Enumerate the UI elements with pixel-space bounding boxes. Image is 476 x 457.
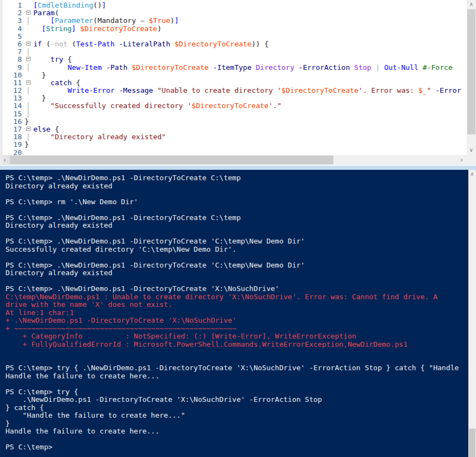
- line-number: 2: [0, 9, 25, 17]
- console-line: Successfully created directory 'C:\temp\…: [5, 246, 466, 254]
- code-line: 10 }: [0, 72, 467, 79]
- code-line: 19}: [0, 141, 467, 149]
- code-line: 12 Write-Error -Message "Unable to creat…: [0, 87, 467, 94]
- line-number: 7: [0, 48, 25, 56]
- scroll-down-icon[interactable]: ∨: [467, 146, 476, 155]
- fold-guide: [25, 64, 33, 72]
- console-line: Handle the failure to create here...: [5, 428, 466, 436]
- code-line: 4 [String] $DirectoryToCreate): [0, 25, 467, 33]
- editor-vertical-scrollbar[interactable]: ∧ ∨: [467, 0, 476, 155]
- scrollbar-corner: [467, 155, 476, 165]
- line-number: 14: [0, 102, 25, 110]
- code-line: 6if (-not (Test-Path -LiteralPath $Direc…: [0, 40, 467, 48]
- code-line: 1[CmdletBinding()]: [0, 2, 467, 9]
- code-lines: 1[CmdletBinding()]2Param(3 [Parameter(Ma…: [0, 0, 467, 155]
- console-line: Directory already existed: [5, 222, 466, 230]
- code-text: [CmdletBinding()]: [33, 2, 467, 9]
- console-scroll-up-icon[interactable]: ∧: [468, 170, 476, 178]
- console-line: [5, 206, 466, 214]
- script-editor-pane[interactable]: 1[CmdletBinding()]2Param(3 [Parameter(Ma…: [0, 0, 467, 155]
- line-number: 5: [0, 33, 25, 40]
- line-number: 3: [0, 17, 25, 25]
- console-line: }: [5, 420, 466, 428]
- console-line: + .\NewDirDemo.ps1 -DirectoryToCreate 'X…: [5, 317, 466, 325]
- code-text: New-Item -Path $DirectoryToCreate -ItemT…: [33, 64, 467, 72]
- scroll-up-icon[interactable]: ∧: [467, 0, 476, 9]
- fold-toggle-icon[interactable]: [25, 40, 33, 48]
- console-line: Handle the failure to create here...: [5, 372, 466, 381]
- code-text: }: [25, 72, 467, 79]
- code-text: "Successfully created directory '$Direct…: [33, 102, 467, 110]
- fold-guide: [25, 102, 33, 110]
- line-number: 8: [0, 56, 25, 63]
- console-line: + ~~~~~~~~~~~~~~~~~~~~~~~~~~~~~~~~~~~~~~…: [5, 325, 466, 333]
- fold-guide: [25, 149, 33, 155]
- console-line: PS C:\temp> .\NewDirDemo.ps1 -DirectoryT…: [5, 285, 466, 293]
- fold-toggle-icon[interactable]: [25, 9, 33, 17]
- fold-guide: [25, 110, 33, 118]
- code-text: catch {: [33, 79, 467, 87]
- console-line: [5, 253, 466, 262]
- code-line: 2Param(: [0, 9, 467, 17]
- code-line: 7: [0, 48, 467, 56]
- scroll-right-icon[interactable]: ›: [457, 155, 467, 165]
- console-pane[interactable]: PS C:\temp> .\NewDirDemo.ps1 -DirectoryT…: [0, 170, 476, 457]
- console-line: PS C:\temp> .\NewDirDemo.ps1 -DirectoryT…: [5, 262, 466, 270]
- console-line: [5, 190, 466, 198]
- code-line: 13 }: [0, 94, 467, 102]
- code-text: "Directory already existed": [33, 133, 467, 141]
- line-number: 20: [0, 149, 25, 155]
- console-vscrollbar-thumb[interactable]: [469, 429, 475, 457]
- console-line: [5, 357, 466, 365]
- code-text: [33, 149, 467, 155]
- editor-horizontal-scrollbar[interactable]: ‹ ›: [0, 155, 467, 165]
- code-line: 16}: [0, 118, 467, 126]
- fold-guide: [25, 87, 33, 94]
- fold-guide: [25, 133, 33, 141]
- editor-hscrollbar-thumb[interactable]: [10, 156, 333, 164]
- console-line: Directory already existed: [5, 269, 466, 277]
- line-number: 6: [0, 40, 25, 48]
- code-line: 9 New-Item -Path $DirectoryToCreate -Ite…: [0, 64, 467, 72]
- fold-guide: [25, 17, 33, 25]
- code-text: [String] $DirectoryToCreate): [25, 25, 467, 33]
- code-line: 14 "Successfully created directory '$Dir…: [0, 102, 467, 110]
- code-line: 8 try {: [0, 56, 467, 63]
- console-line: [5, 380, 466, 388]
- pane-splitter[interactable]: [0, 165, 476, 170]
- console-line: .\NewDirDemo.ps1 -DirectoryToCreate 'X:\…: [5, 396, 466, 404]
- console-line: } catch {: [5, 404, 466, 412]
- code-line: 15: [0, 110, 467, 118]
- console-line: PS C:\temp> try { .\NewDirDemo.ps1 -Dire…: [5, 364, 466, 372]
- fold-toggle-icon[interactable]: [25, 56, 33, 63]
- console-line: drive with the name 'X' does not exist.: [5, 301, 466, 309]
- fold-guide: [25, 48, 33, 56]
- line-number: 9: [0, 64, 25, 72]
- console-line: [5, 348, 466, 357]
- code-line: 18 "Directory already existed": [0, 133, 467, 141]
- code-text: [Parameter(Mandatory = $True)]: [33, 17, 467, 25]
- line-number: 15: [0, 110, 25, 118]
- code-line: 20: [0, 149, 467, 155]
- console-line: At line:1 char:1: [5, 309, 466, 317]
- console-line: C:\temp\NewDirDemo.ps1 : Unable to creat…: [5, 293, 466, 301]
- line-number: 11: [0, 79, 25, 87]
- code-text: }: [25, 118, 467, 126]
- console-line: + FullyQualifiedErrorId : Microsoft.Powe…: [5, 341, 466, 349]
- fold-toggle-icon[interactable]: [25, 126, 33, 133]
- console-line: + CategoryInfo : NotSpecified: (:) [Writ…: [5, 333, 466, 341]
- console-line: "Handle the failure to create here...": [5, 412, 466, 420]
- console-line: PS C:\temp> rm '.\New Demo Dir': [5, 198, 466, 206]
- console-line: [5, 230, 466, 238]
- console-vertical-scrollbar[interactable]: ∧: [468, 170, 476, 457]
- editor-vscrollbar-thumb[interactable]: [467, 9, 475, 134]
- line-number: 16: [0, 118, 25, 126]
- line-number: 10: [0, 72, 25, 79]
- fold-toggle-icon[interactable]: [25, 79, 33, 87]
- console-line: PS C:\temp> .\NewDirDemo.ps1 -DirectoryT…: [5, 238, 466, 246]
- console-line: PS C:\temp> .\NewDirDemo.ps1 -DirectoryT…: [5, 174, 466, 182]
- line-number: 18: [0, 133, 25, 141]
- line-number: 19: [0, 141, 25, 149]
- powershell-ise-window: 1[CmdletBinding()]2Param(3 [Parameter(Ma…: [0, 0, 476, 457]
- window-left-border: [0, 0, 3, 165]
